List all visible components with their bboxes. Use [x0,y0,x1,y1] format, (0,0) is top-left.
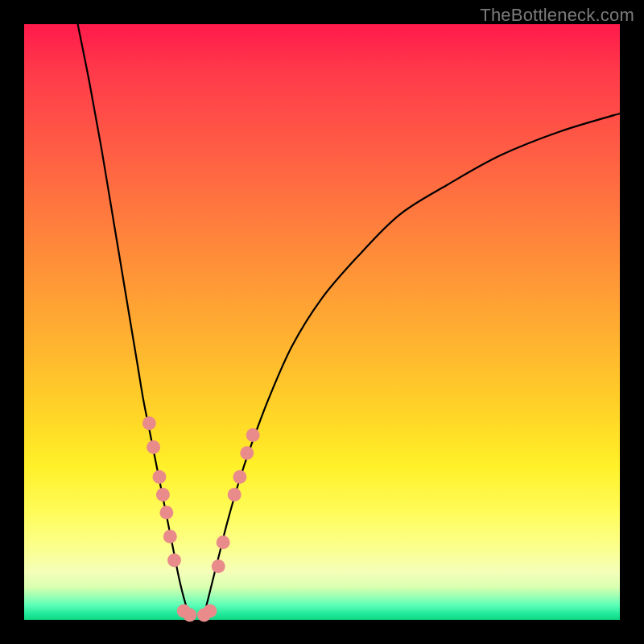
data-marker [246,428,260,442]
data-marker [233,470,246,484]
watermark-text: TheBottleneck.com [480,5,634,26]
data-marker [163,530,177,543]
data-marker [152,470,166,484]
data-marker [159,506,173,519]
data-marker [142,416,156,430]
data-marker [228,488,242,502]
data-marker [147,440,160,454]
data-marker [240,446,254,460]
data-marker [217,535,230,549]
left-curve [78,24,192,620]
data-marker [167,554,181,568]
data-marker [156,488,170,502]
data-marker [203,604,217,617]
curves-svg [24,24,620,620]
data-marker [183,609,196,622]
curve-markers [142,416,260,621]
plot-area [24,24,620,620]
data-marker [212,559,225,573]
chart-frame: TheBottleneck.com [0,0,644,644]
right-curve [203,114,620,620]
